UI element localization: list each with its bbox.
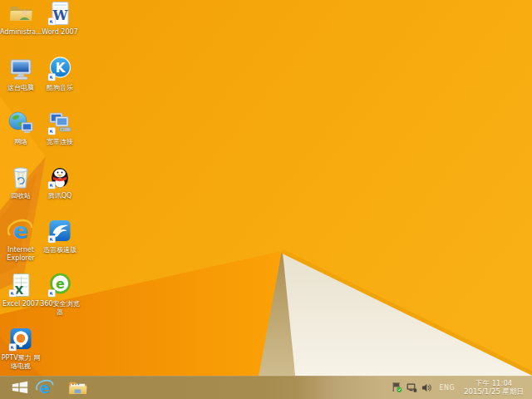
desktop-icon-administrator[interactable]: Administra...	[0, 0, 42, 37]
folder-icon	[68, 380, 87, 396]
icon-label: 360安全浏览 器	[39, 300, 81, 317]
desktop-icon-broadband[interactable]: 宽带连接	[39, 110, 81, 146]
ie-e-icon: e	[0, 218, 42, 244]
icon-label: Internet Explorer	[0, 246, 42, 263]
desktop-icon-excel[interactable]: X Excel 2007	[0, 272, 42, 308]
icon-label: Excel 2007	[0, 300, 42, 308]
thunder-bird-icon	[39, 218, 81, 244]
taskbar-clock[interactable]: 下午 11:04 2015/1/25 星期日	[464, 379, 524, 396]
user-folder-icon	[0, 0, 42, 27]
desktop: Administra... W Word 2007 这台电脑	[0, 0, 532, 399]
desktop-icon-qq[interactable]: 腾讯QQ	[39, 164, 81, 200]
svg-text:e: e	[56, 276, 65, 292]
system-tray: ENG 下午 11:04 2015/1/25 星期日	[392, 376, 532, 399]
icon-label: 这台电脑	[0, 84, 42, 92]
desktop-icon-pptv[interactable]: PPTV聚力 网 络电视	[0, 326, 42, 371]
tray-date: 2015/1/25 星期日	[464, 387, 524, 396]
taskbar: e	[0, 376, 532, 399]
icon-label: 迅雷极速版	[39, 246, 81, 254]
desktop-icon-thunder[interactable]: 迅雷极速版	[39, 218, 81, 254]
monitors-modem-icon	[39, 110, 81, 136]
desktop-icon-word-2007[interactable]: W Word 2007	[39, 0, 81, 37]
word-document-icon: W	[39, 0, 81, 27]
volume-icon[interactable]	[421, 382, 432, 393]
icon-label: 回收站	[0, 192, 42, 200]
icon-label: 腾讯QQ	[39, 192, 81, 200]
qq-penguin-icon	[39, 164, 81, 190]
pptv-circle-icon	[0, 326, 42, 352]
kugou-k-icon: K	[39, 56, 81, 82]
recycle-bin-icon	[0, 164, 42, 190]
tray-time: 下午 11:04	[464, 379, 524, 387]
svg-text:K: K	[56, 61, 66, 76]
desktop-icon-this-pc[interactable]: 这台电脑	[0, 56, 42, 92]
desktop-icon-network[interactable]: 网络	[0, 110, 42, 146]
icon-label: 酷狗音乐	[39, 84, 81, 92]
desktop-icon-recycle-bin[interactable]: 回收站	[0, 164, 42, 200]
action-center-icon[interactable]	[392, 382, 402, 393]
start-button[interactable]	[8, 376, 32, 399]
icon-label: 宽带连接	[39, 138, 81, 146]
desktop-icon-360-browser[interactable]: e 360安全浏览 器	[39, 272, 81, 317]
desktop-icon-kugou[interactable]: K 酷狗音乐	[39, 56, 81, 92]
taskbar-ie-button[interactable]: e	[34, 376, 56, 399]
excel-sheet-icon: X	[0, 272, 42, 298]
windows-logo-icon	[12, 381, 28, 394]
globe-monitor-icon	[0, 110, 42, 136]
icon-label: Administra...	[0, 28, 42, 37]
computer-monitor-icon	[0, 56, 42, 82]
desktop-icon-ie[interactable]: e Internet Explorer	[0, 218, 42, 263]
icon-label: Word 2007	[39, 28, 81, 37]
taskbar-explorer-button[interactable]	[66, 376, 89, 399]
360-green-e-icon: e	[39, 272, 81, 298]
network-status-icon[interactable]	[406, 382, 417, 393]
language-indicator[interactable]: ENG	[439, 384, 455, 392]
icon-label: 网络	[0, 138, 42, 146]
icon-label: PPTV聚力 网 络电视	[0, 354, 42, 371]
ie-e-icon: e	[36, 378, 54, 397]
